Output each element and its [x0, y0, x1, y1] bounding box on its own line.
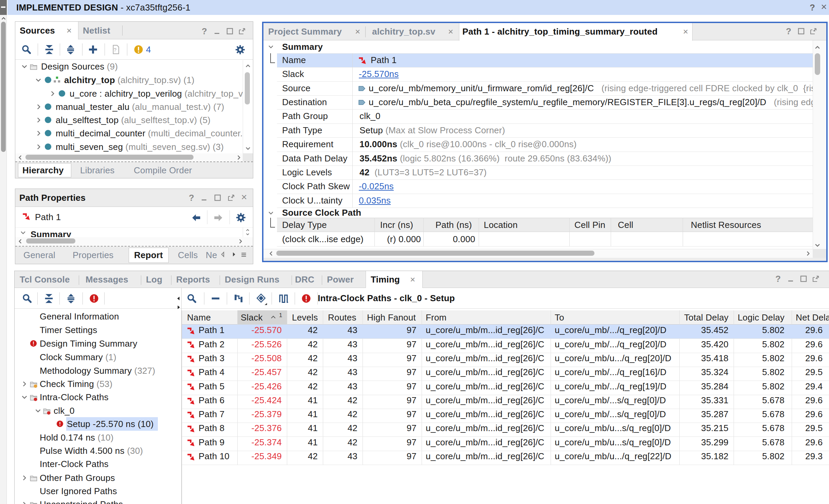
- svg-text:?: ?: [114, 47, 117, 53]
